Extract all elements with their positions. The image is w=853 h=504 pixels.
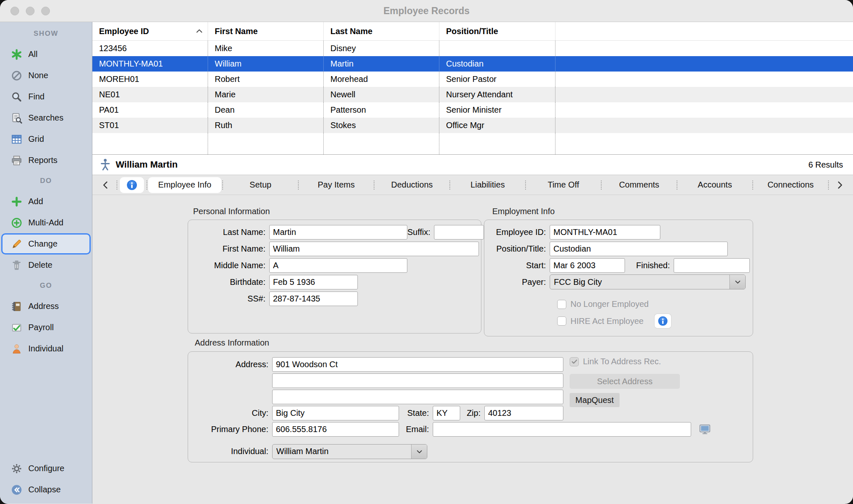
address-line1-input[interactable] bbox=[272, 357, 563, 372]
last-name-input[interactable] bbox=[269, 225, 407, 240]
sidebar-item-none[interactable]: None bbox=[0, 65, 92, 86]
first-name-input[interactable] bbox=[269, 242, 479, 256]
select-address-button[interactable]: Select Address bbox=[570, 374, 680, 389]
tab-deductions[interactable]: Deductions bbox=[375, 177, 449, 193]
payer-label: Payer: bbox=[487, 277, 550, 287]
results-count: 6 Results bbox=[808, 160, 843, 170]
cell-blank bbox=[555, 102, 853, 118]
sidebar-item-collapse[interactable]: Collapse bbox=[0, 479, 92, 500]
sidebar-item-grid[interactable]: Grid bbox=[0, 128, 92, 150]
sidebar-item-all[interactable]: All bbox=[0, 44, 92, 65]
employee-info-form: Personal Information Last Name: Suffix: … bbox=[92, 195, 853, 504]
email-input[interactable] bbox=[433, 422, 691, 437]
address-line2-input[interactable] bbox=[272, 373, 563, 388]
trash-icon bbox=[10, 259, 23, 272]
city-input[interactable] bbox=[272, 406, 399, 420]
employee-id-input[interactable] bbox=[550, 225, 660, 240]
column-header-employee-id[interactable]: Employee ID bbox=[92, 22, 208, 40]
hire-act-info-button[interactable] bbox=[655, 314, 671, 328]
sidebar-item-address[interactable]: Address bbox=[0, 296, 92, 317]
sidebar-item-find[interactable]: Find bbox=[0, 86, 92, 107]
minimize-button[interactable] bbox=[26, 7, 35, 15]
contact-card-icon[interactable] bbox=[699, 424, 711, 435]
sidebar-item-change[interactable]: Change bbox=[1, 233, 91, 254]
column-header-first-name[interactable]: First Name bbox=[208, 22, 324, 40]
table-row[interactable]: MOREH01 Robert Morehead Senior Pastor bbox=[92, 72, 853, 87]
column-label: Last Name bbox=[330, 27, 372, 36]
cell-first-name: William bbox=[208, 56, 324, 72]
sidebar-item-individual[interactable]: Individual bbox=[0, 338, 92, 359]
tabs-scroll-left-button[interactable] bbox=[96, 177, 116, 193]
cell-blank bbox=[555, 72, 853, 87]
sidebar-item-configure[interactable]: Configure bbox=[0, 458, 92, 479]
sidebar-item-label: Grid bbox=[28, 134, 44, 144]
link-to-address-checkbox[interactable] bbox=[570, 357, 579, 366]
individual-dropdown[interactable]: William Martin bbox=[272, 444, 427, 459]
table-row-selected[interactable]: MONTHLY-MA01 William Martin Custodian bbox=[92, 56, 853, 72]
employment-info-group: Employee ID: Position/Title: Start: Fini… bbox=[484, 220, 753, 336]
sidebar-item-searches[interactable]: Searches bbox=[0, 107, 92, 128]
tab-setup[interactable]: Setup bbox=[224, 177, 297, 193]
window-title: Employee Records bbox=[383, 5, 469, 17]
state-label: State: bbox=[399, 408, 433, 418]
finished-date-input[interactable] bbox=[674, 258, 750, 273]
state-input[interactable] bbox=[433, 406, 460, 420]
employment-info-title: Employment Info bbox=[492, 207, 555, 216]
first-name-label: First Name: bbox=[190, 244, 269, 254]
sidebar-item-multi-add[interactable]: Multi-Add bbox=[0, 212, 92, 233]
middle-name-input[interactable] bbox=[269, 258, 407, 273]
sidebar-item-payroll[interactable]: Payroll bbox=[0, 317, 92, 338]
no-longer-employed-label: No Longer Employed bbox=[570, 299, 649, 309]
start-date-input[interactable] bbox=[550, 258, 625, 273]
address-info-group: Address: City: State: bbox=[188, 351, 753, 462]
primary-phone-input[interactable] bbox=[272, 422, 399, 437]
column-header-position-title[interactable]: Position/Title bbox=[439, 22, 555, 40]
suffix-input[interactable] bbox=[434, 225, 484, 240]
sidebar-item-reports[interactable]: Reports bbox=[0, 150, 92, 171]
sidebar-item-label: Searches bbox=[28, 113, 64, 123]
chevron-down-icon bbox=[729, 275, 745, 289]
hire-act-checkbox[interactable] bbox=[557, 316, 566, 326]
tab-connections[interactable]: Connections bbox=[754, 177, 827, 193]
sidebar-item-label: Find bbox=[28, 92, 45, 101]
cell-position bbox=[439, 41, 555, 56]
column-header-last-name[interactable]: Last Name bbox=[324, 22, 439, 40]
record-info-button[interactable] bbox=[120, 177, 144, 193]
sidebar-item-label: Payroll bbox=[28, 323, 54, 332]
cell-last-name: Stokes bbox=[324, 118, 439, 133]
table-row[interactable]: PA01 Dean Patterson Senior Minister bbox=[92, 102, 853, 118]
collapse-chevrons-icon bbox=[10, 484, 23, 496]
address-line3-input[interactable] bbox=[272, 390, 563, 404]
payer-dropdown[interactable]: FCC Big City bbox=[550, 274, 746, 289]
tab-liabilities[interactable]: Liabilities bbox=[451, 177, 524, 193]
table-row[interactable]: ST01 Ruth Stokes Office Mgr bbox=[92, 118, 853, 133]
table-body: 123456 Mike Disney MONTHLY-MA01 William … bbox=[92, 41, 853, 154]
ssn-input[interactable] bbox=[269, 292, 358, 306]
birthdate-input[interactable] bbox=[269, 275, 358, 289]
mapquest-button[interactable]: MapQuest bbox=[570, 393, 620, 407]
finished-label: Finished: bbox=[625, 261, 674, 270]
zip-input[interactable] bbox=[484, 406, 563, 420]
tab-time-off[interactable]: Time Off bbox=[527, 177, 600, 193]
tab-separator bbox=[146, 180, 147, 190]
table-row[interactable]: 123456 Mike Disney bbox=[92, 41, 853, 56]
zoom-button[interactable] bbox=[41, 7, 50, 15]
cell-position: Senior Minister bbox=[439, 102, 555, 118]
sidebar-item-add[interactable]: Add bbox=[0, 191, 92, 212]
cell-blank bbox=[555, 87, 853, 102]
tab-employee-info[interactable]: Employee Info bbox=[148, 177, 221, 193]
table-row[interactable]: NE01 Marie Newell Nursery Attendant bbox=[92, 87, 853, 102]
sidebar-item-delete[interactable]: Delete bbox=[0, 254, 92, 276]
tab-accounts[interactable]: Accounts bbox=[678, 177, 751, 193]
tab-comments[interactable]: Comments bbox=[603, 177, 676, 193]
tabs-scroll-right-button[interactable] bbox=[830, 177, 850, 193]
column-label: First Name bbox=[215, 27, 258, 36]
sidebar-item-label: Add bbox=[28, 197, 43, 206]
no-longer-employed-checkbox[interactable] bbox=[557, 300, 566, 309]
printer-icon bbox=[10, 154, 23, 167]
tab-pay-items[interactable]: Pay Items bbox=[300, 177, 373, 193]
position-title-input[interactable] bbox=[550, 242, 728, 256]
tab-separator bbox=[752, 180, 753, 190]
close-button[interactable] bbox=[10, 7, 19, 15]
person-icon bbox=[10, 343, 23, 355]
